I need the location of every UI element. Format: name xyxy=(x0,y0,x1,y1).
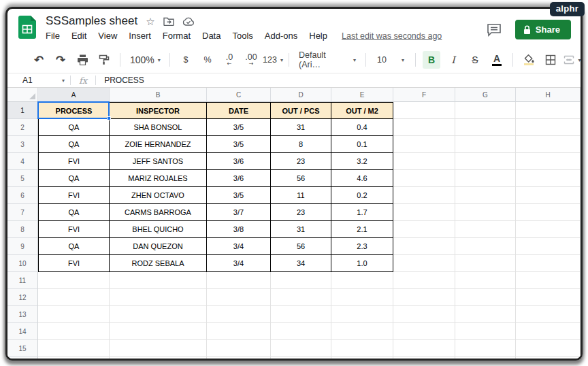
column-header-C[interactable]: C xyxy=(207,88,271,102)
cell-F16[interactable] xyxy=(393,357,455,360)
cell-G15[interactable] xyxy=(455,340,516,357)
cell-E5[interactable]: 4.6 xyxy=(331,170,393,187)
cell-G4[interactable] xyxy=(455,153,516,170)
cell-A16[interactable] xyxy=(38,357,110,360)
cell-A15[interactable] xyxy=(38,340,110,357)
cell-A3[interactable]: QA xyxy=(38,136,110,153)
cell-B6[interactable]: ZHEN OCTAVO xyxy=(110,187,207,204)
cell-H10[interactable] xyxy=(516,255,581,272)
row-header-8[interactable]: 8 xyxy=(7,221,38,238)
menu-help[interactable]: Help xyxy=(309,31,327,41)
document-title[interactable]: SSSamples sheet xyxy=(46,14,137,28)
cell-A5[interactable]: QA xyxy=(38,170,110,187)
cell-C12[interactable] xyxy=(207,289,271,306)
cell-F11[interactable] xyxy=(393,272,455,289)
cell-B12[interactable] xyxy=(110,289,207,306)
cell-H7[interactable] xyxy=(516,204,581,221)
font-size-select[interactable]: 10 ▾ xyxy=(373,51,408,69)
cell-F5[interactable] xyxy=(393,170,455,187)
cell-E6[interactable]: 0.2 xyxy=(331,187,393,204)
cell-F7[interactable] xyxy=(393,204,455,221)
cell-D1[interactable]: OUT / PCS xyxy=(271,102,331,119)
cell-D16[interactable] xyxy=(271,357,331,360)
format-percent-button[interactable]: % xyxy=(199,51,216,69)
row-header-16[interactable]: 16 xyxy=(7,357,38,360)
cell-E3[interactable]: 0.1 xyxy=(331,136,393,153)
cell-C9[interactable]: 3/4 xyxy=(207,238,271,255)
cell-H11[interactable] xyxy=(516,272,581,289)
cell-G11[interactable] xyxy=(455,272,516,289)
cell-F9[interactable] xyxy=(393,238,455,255)
cell-D4[interactable]: 23 xyxy=(271,153,331,170)
cell-D8[interactable]: 31 xyxy=(271,221,331,238)
cell-D3[interactable]: 8 xyxy=(271,136,331,153)
cell-E15[interactable] xyxy=(331,340,393,357)
cell-H1[interactable] xyxy=(516,102,581,119)
menu-data[interactable]: Data xyxy=(202,31,220,41)
cell-G10[interactable] xyxy=(455,255,516,272)
cell-F12[interactable] xyxy=(393,289,455,306)
redo-button[interactable]: ↷ xyxy=(52,51,69,69)
cell-E1[interactable]: OUT / M2 xyxy=(331,102,393,119)
cell-H6[interactable] xyxy=(516,187,581,204)
increase-decimal-button[interactable]: .00 → xyxy=(242,51,260,69)
cell-H13[interactable] xyxy=(516,306,581,323)
row-header-6[interactable]: 6 xyxy=(7,187,38,204)
cell-F2[interactable] xyxy=(393,119,455,136)
cell-E10[interactable]: 1.0 xyxy=(331,255,393,272)
cell-F4[interactable] xyxy=(393,153,455,170)
cell-H2[interactable] xyxy=(516,119,581,136)
cell-E2[interactable]: 0.4 xyxy=(331,119,393,136)
comment-icon[interactable] xyxy=(487,23,502,37)
cell-A4[interactable]: FVI xyxy=(38,153,110,170)
cell-D2[interactable]: 31 xyxy=(271,119,331,136)
cell-C16[interactable] xyxy=(207,357,271,360)
cell-D11[interactable] xyxy=(271,272,331,289)
cell-G2[interactable] xyxy=(455,119,516,136)
cell-F10[interactable] xyxy=(393,255,455,272)
cell-B3[interactable]: ZOIE HERNANDEZ xyxy=(110,136,207,153)
cell-A10[interactable]: FVI xyxy=(38,255,110,272)
bold-button[interactable]: B xyxy=(423,51,440,69)
column-header-E[interactable]: E xyxy=(331,88,393,102)
cell-B16[interactable] xyxy=(110,357,207,360)
cell-A6[interactable]: FVI xyxy=(38,187,110,204)
row-header-10[interactable]: 10 xyxy=(7,255,38,272)
cell-G5[interactable] xyxy=(455,170,516,187)
cell-E8[interactable]: 2.1 xyxy=(331,221,393,238)
cell-H14[interactable] xyxy=(516,323,581,340)
cell-E9[interactable]: 2.3 xyxy=(331,238,393,255)
row-header-2[interactable]: 2 xyxy=(7,119,38,136)
number-format-menu[interactable]: 123 ▾ xyxy=(264,51,282,69)
row-header-3[interactable]: 3 xyxy=(7,136,38,153)
cell-C15[interactable] xyxy=(207,340,271,357)
cell-B11[interactable] xyxy=(110,272,207,289)
cell-C10[interactable]: 3/4 xyxy=(207,255,271,272)
cell-F14[interactable] xyxy=(393,323,455,340)
row-header-14[interactable]: 14 xyxy=(7,323,38,340)
cell-H16[interactable] xyxy=(516,357,581,360)
cell-E12[interactable] xyxy=(331,289,393,306)
formula-input[interactable]: PROCESS xyxy=(96,76,144,85)
cell-B2[interactable]: SHA BONSOL xyxy=(110,119,207,136)
share-button[interactable]: Share xyxy=(515,20,571,39)
last-edit-status[interactable]: Last edit was seconds ago xyxy=(342,31,442,41)
cell-G1[interactable] xyxy=(455,102,516,119)
cell-F13[interactable] xyxy=(393,306,455,323)
italic-button[interactable]: I xyxy=(444,51,462,69)
cell-C6[interactable]: 3/5 xyxy=(207,187,271,204)
cell-F8[interactable] xyxy=(393,221,455,238)
cell-F15[interactable] xyxy=(393,340,455,357)
cell-H15[interactable] xyxy=(516,340,581,357)
column-header-D[interactable]: D xyxy=(271,88,331,102)
row-header-12[interactable]: 12 xyxy=(7,289,38,306)
cell-F3[interactable] xyxy=(393,136,455,153)
cell-B4[interactable]: JEFF SANTOS xyxy=(110,153,207,170)
google-sheets-logo-icon[interactable] xyxy=(18,16,36,39)
column-header-A[interactable]: A xyxy=(38,88,110,102)
cell-E11[interactable] xyxy=(331,272,393,289)
cell-A14[interactable] xyxy=(38,323,110,340)
strikethrough-button[interactable]: S xyxy=(466,51,484,69)
column-header-B[interactable]: B xyxy=(110,88,207,102)
cell-G8[interactable] xyxy=(455,221,516,238)
